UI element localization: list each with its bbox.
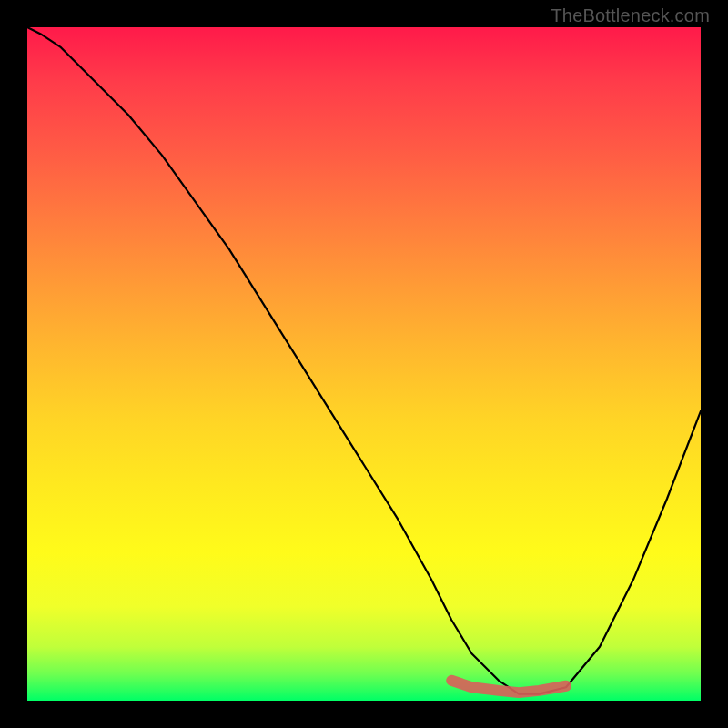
watermark-text: TheBottleneck.com bbox=[551, 5, 710, 26]
optimal-highlight-line bbox=[451, 681, 566, 693]
chart-svg bbox=[27, 27, 701, 701]
chart-plot-area bbox=[27, 27, 701, 701]
bottleneck-curve-line bbox=[27, 27, 701, 694]
